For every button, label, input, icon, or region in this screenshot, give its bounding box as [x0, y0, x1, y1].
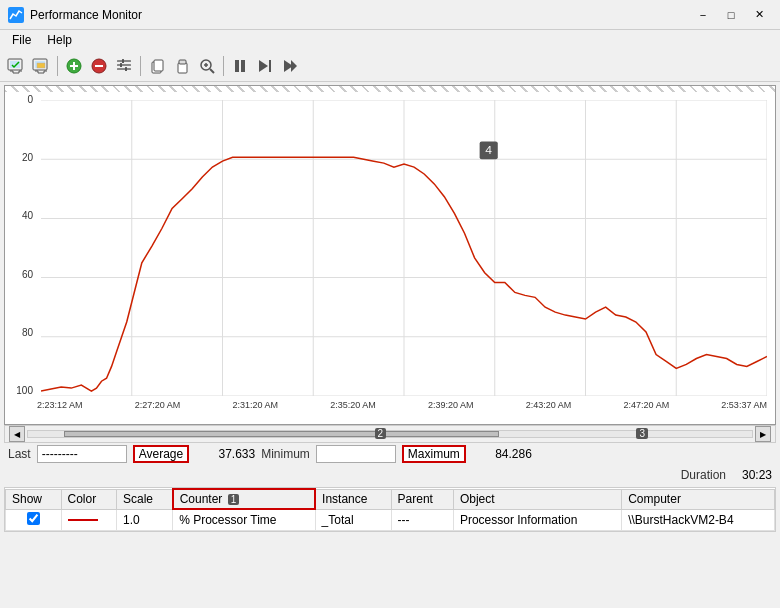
x-label-0: 2:23:12 AM: [37, 400, 83, 410]
svg-rect-25: [235, 60, 239, 72]
row-color: [61, 509, 116, 530]
help-menu[interactable]: Help: [39, 32, 80, 48]
add-counter-button[interactable]: [62, 54, 86, 78]
title-bar: Performance Monitor − □ ✕: [0, 0, 780, 30]
svg-rect-15: [125, 67, 127, 71]
svg-text:4: 4: [485, 143, 492, 157]
svg-rect-18: [154, 60, 163, 71]
chart-top-border: [5, 86, 775, 92]
scroll-thumb[interactable]: [64, 431, 498, 437]
end-button[interactable]: [278, 54, 302, 78]
x-label-5: 2:43:20 AM: [526, 400, 572, 410]
y-label-20: 20: [22, 152, 33, 163]
maximum-box: Maximum: [402, 445, 466, 463]
x-label-1: 2:27:20 AM: [135, 400, 181, 410]
badge-2: 2: [375, 428, 387, 439]
row-parent: ---: [391, 509, 453, 530]
delete-button[interactable]: [87, 54, 111, 78]
scroll-right[interactable]: ▶: [755, 426, 771, 442]
col-color: Color: [61, 489, 116, 509]
x-axis: 2:23:12 AM 2:27:20 AM 2:31:20 AM 2:35:20…: [37, 396, 767, 424]
window-controls: − □ ✕: [690, 5, 772, 25]
data-table-container: Show Color Scale Counter 1 Instance Pare…: [4, 487, 776, 532]
y-label-80: 80: [22, 327, 33, 338]
stats-row-2: Duration 30:23: [0, 465, 780, 485]
row-counter: % Processor Time: [173, 509, 315, 530]
x-label-4: 2:39:20 AM: [428, 400, 474, 410]
duration-value: 30:23: [732, 468, 772, 482]
toolbar: [0, 50, 780, 82]
minimum-input[interactable]: [316, 445, 396, 463]
y-label-60: 60: [22, 269, 33, 280]
x-label-3: 2:35:20 AM: [330, 400, 376, 410]
close-button[interactable]: ✕: [746, 5, 772, 25]
col-computer: Computer: [622, 489, 775, 509]
x-label-6: 2:47:20 AM: [624, 400, 670, 410]
svg-rect-14: [120, 63, 122, 67]
scroll-left[interactable]: ◀: [9, 426, 25, 442]
y-label-100: 100: [16, 385, 33, 396]
new-button[interactable]: [4, 54, 28, 78]
col-instance: Instance: [315, 489, 391, 509]
col-object: Object: [453, 489, 621, 509]
badge-1: 1: [228, 494, 240, 505]
average-value: 37.633: [195, 447, 255, 461]
y-axis: 100 80 60 40 20 0: [5, 94, 37, 396]
x-label-7: 2:53:37 AM: [721, 400, 767, 410]
row-instance: _Total: [315, 509, 391, 530]
svg-marker-27: [259, 60, 268, 72]
color-line: [68, 519, 98, 521]
row-show[interactable]: [6, 509, 62, 530]
svg-rect-12: [117, 68, 131, 70]
svg-rect-16: [122, 59, 124, 63]
minimum-label: Minimum: [261, 447, 310, 461]
separator-3: [223, 56, 224, 76]
badge-3: 3: [636, 428, 648, 439]
table-row[interactable]: 1.0 % Processor Time _Total --- Processo…: [6, 509, 775, 530]
stats-row-1: Last --------- Average 37.633 Minimum Ma…: [0, 443, 780, 465]
window-title: Performance Monitor: [30, 8, 690, 22]
data-table: Show Color Scale Counter 1 Instance Pare…: [5, 488, 775, 531]
duration-label: Duration: [681, 468, 726, 482]
col-scale: Scale: [117, 489, 173, 509]
svg-marker-30: [291, 60, 297, 72]
col-show: Show: [6, 489, 62, 509]
svg-rect-5: [37, 63, 45, 68]
average-label: Average: [139, 447, 183, 461]
svg-line-22: [210, 69, 214, 73]
scrollbar[interactable]: ◀ ▶ 2 3: [4, 425, 776, 443]
paste-button[interactable]: [170, 54, 194, 78]
average-box: Average: [133, 445, 189, 463]
pause-button[interactable]: [228, 54, 252, 78]
row-object: Processor Information: [453, 509, 621, 530]
svg-rect-26: [241, 60, 245, 72]
y-label-0: 0: [27, 94, 33, 105]
col-counter: Counter 1: [173, 489, 315, 509]
forward-button[interactable]: [253, 54, 277, 78]
y-label-40: 40: [22, 210, 33, 221]
svg-rect-20: [179, 60, 186, 64]
file-menu[interactable]: File: [4, 32, 39, 48]
properties-button[interactable]: [112, 54, 136, 78]
svg-rect-11: [117, 64, 131, 66]
chart-svg: 4: [41, 100, 767, 396]
maximum-label: Maximum: [408, 447, 460, 461]
last-label: Last: [8, 447, 31, 461]
copy-button[interactable]: [145, 54, 169, 78]
zoom-button[interactable]: [195, 54, 219, 78]
chart-container: 100 80 60 40 20 0 4 2:23:12 AM 2:27:20: [4, 85, 776, 425]
menu-bar: File Help: [0, 30, 780, 50]
minimize-button[interactable]: −: [690, 5, 716, 25]
open-button[interactable]: [29, 54, 53, 78]
separator-1: [57, 56, 58, 76]
svg-rect-28: [269, 60, 271, 72]
separator-2: [140, 56, 141, 76]
show-checkbox[interactable]: [27, 512, 40, 525]
col-parent: Parent: [391, 489, 453, 509]
row-scale: 1.0: [117, 509, 173, 530]
maximize-button[interactable]: □: [718, 5, 744, 25]
last-value[interactable]: ---------: [37, 445, 127, 463]
row-computer: \\BurstHackVM2-B4: [622, 509, 775, 530]
app-icon: [8, 7, 24, 23]
x-label-2: 2:31:20 AM: [233, 400, 279, 410]
